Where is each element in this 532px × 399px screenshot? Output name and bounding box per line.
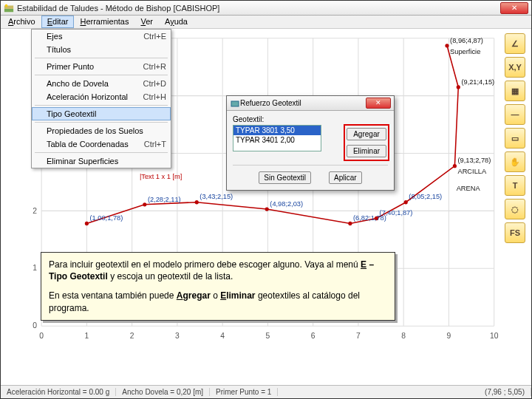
- angle-icon[interactable]: ∠: [505, 33, 525, 54]
- svg-text:1: 1: [33, 263, 37, 272]
- dialog-title: Refuerzo Geotextil: [240, 99, 366, 107]
- menuitem-ancho-de-dovela[interactable]: Ancho de DovelaCtrl+D: [32, 77, 171, 90]
- svg-text:ARCILLA: ARCILLA: [458, 167, 487, 175]
- rect-icon[interactable]: ▭: [505, 128, 525, 149]
- menu-ayuda[interactable]: Ayuda: [159, 16, 194, 28]
- dash-icon[interactable]: —: [505, 104, 525, 125]
- svg-text:(7,40;1,87): (7,40;1,87): [380, 208, 413, 216]
- no-geotextile-button[interactable]: Sin Geotextil: [259, 171, 311, 184]
- svg-text:ARENA: ARENA: [457, 184, 481, 192]
- svg-text:(9,21;4,15): (9,21;4,15): [461, 77, 494, 85]
- svg-text:(8,96;4,87): (8,96;4,87): [450, 35, 483, 44]
- statusbar: Aceleración Horizontal = 0.00 g Ancho Do…: [1, 385, 531, 398]
- svg-point-46: [445, 44, 449, 47]
- menu-archivo[interactable]: Archivo: [2, 16, 41, 28]
- svg-text:0: 0: [33, 321, 37, 330]
- svg-point-43: [404, 200, 408, 204]
- coords-icon[interactable]: X,Y: [505, 57, 525, 78]
- svg-text:(9,13;2,78): (9,13;2,78): [458, 156, 491, 164]
- svg-point-2: [5, 4, 8, 7]
- svg-text:(1,00;1,78): (1,00;1,78): [90, 214, 123, 222]
- status-accel: Aceleración Horizontal = 0.00 g: [1, 388, 116, 396]
- menu-ver[interactable]: Ver: [134, 16, 159, 28]
- menubar: ArchivoEditarHerramientasVerAyuda: [1, 16, 531, 29]
- status-dovela: Ancho Dovela = 0,20 [m]: [116, 388, 210, 396]
- svg-point-39: [195, 200, 199, 204]
- editar-dropdown: EjesCtrl+ETítulosPrimer PuntoCtrl+RAncho…: [31, 29, 171, 168]
- svg-text:8: 8: [401, 331, 406, 340]
- menuitem-propiedades-de-los-suelos[interactable]: Propiedades de los Suelos: [32, 124, 171, 137]
- geotextile-listbox[interactable]: TYPAR 3801 3,50TYPAR 3401 2,00: [233, 125, 321, 151]
- help-callout: Para incluir geotextil en el modelo prim…: [41, 252, 395, 321]
- window-titlebar: Estabilidad de Taludes - Método de Bisho…: [1, 1, 531, 16]
- svg-text:2: 2: [130, 331, 134, 340]
- svg-text:9: 9: [447, 331, 451, 340]
- menuitem-aceleración-horizontal[interactable]: Aceleración HorizontalCtrl+H: [32, 90, 171, 103]
- menuitem-primer-punto[interactable]: Primer PuntoCtrl+R: [32, 60, 171, 73]
- svg-text:6: 6: [311, 331, 316, 340]
- menuitem-tabla-de-coordenadas[interactable]: Tabla de CoordenadasCtrl+T: [32, 137, 171, 151]
- menu-herramientas[interactable]: Herramientas: [74, 16, 134, 28]
- dialog-close-button[interactable]: ✕: [366, 98, 391, 109]
- svg-text:1: 1: [85, 331, 89, 340]
- svg-text:7: 7: [356, 331, 361, 340]
- circles-icon[interactable]: ◌: [505, 199, 525, 219]
- tip-paragraph-1: Para incluir geotextil en el modelo prim…: [49, 259, 387, 282]
- fs-icon[interactable]: FS: [505, 222, 525, 243]
- dialog-titlebar: Refuerzo Geotextil ✕: [227, 96, 394, 111]
- tip-paragraph-2: En esta ventana también puede Agregar o …: [49, 290, 387, 313]
- menu-editar[interactable]: Editar: [41, 16, 75, 28]
- list-label: Geotextil:: [233, 115, 388, 123]
- svg-rect-61: [231, 101, 239, 106]
- svg-text:2: 2: [33, 205, 37, 214]
- svg-text:(3,43;2,15): (3,43;2,15): [200, 192, 233, 200]
- svg-text:|Text 1 x 1 [m]: |Text 1 x 1 [m]: [140, 172, 182, 180]
- menuitem-tipo-geotextil[interactable]: Tipo Geotextil: [32, 107, 171, 120]
- window-close-button[interactable]: ✕: [500, 2, 528, 14]
- apply-button[interactable]: Aplicar: [329, 171, 362, 184]
- text-icon[interactable]: T: [505, 175, 525, 196]
- svg-text:(2,28;2,11): (2,28;2,11): [148, 194, 181, 202]
- svg-text:(8,05;2,15): (8,05;2,15): [409, 192, 442, 200]
- add-remove-group: Agregar Eliminar: [344, 124, 389, 161]
- svg-text:0: 0: [39, 331, 44, 340]
- right-toolstrip: ∠X,Y▦—▭✋T◌FS: [505, 33, 527, 243]
- status-coord: (7,96 ; 5,05): [479, 388, 531, 396]
- svg-text:3: 3: [175, 331, 180, 340]
- svg-point-38: [143, 202, 146, 206]
- add-button[interactable]: Agregar: [347, 128, 386, 140]
- menuitem-eliminar-superficies[interactable]: Eliminar Superficies: [32, 154, 171, 168]
- status-primer: Primer Punto = 1: [210, 388, 278, 396]
- svg-point-41: [348, 222, 352, 225]
- svg-rect-0: [4, 8, 13, 11]
- list-item[interactable]: TYPAR 3401 2,00: [233, 135, 321, 145]
- app-icon: [4, 3, 14, 13]
- geotextile-dialog: Refuerzo Geotextil ✕ Geotextil: TYPAR 38…: [226, 95, 395, 191]
- svg-text:4: 4: [220, 331, 225, 340]
- svg-text:Superficie: Superficie: [450, 47, 480, 55]
- svg-point-40: [265, 207, 269, 211]
- svg-point-37: [85, 222, 89, 225]
- menuitem-títulos[interactable]: Títulos: [32, 43, 171, 56]
- dialog-icon: [230, 98, 240, 109]
- window-title: Estabilidad de Taludes - Método de Bisho…: [17, 4, 500, 13]
- svg-text:10: 10: [490, 331, 499, 340]
- svg-point-44: [453, 164, 457, 168]
- hand-icon[interactable]: ✋: [505, 151, 525, 172]
- svg-text:(4,98;2,03): (4,98;2,03): [270, 200, 303, 208]
- svg-point-45: [457, 85, 460, 89]
- remove-button[interactable]: Eliminar: [347, 145, 386, 157]
- menuitem-ejes[interactable]: EjesCtrl+E: [32, 30, 171, 43]
- wall-icon[interactable]: ▦: [505, 81, 525, 101]
- svg-text:5: 5: [266, 331, 270, 340]
- list-item[interactable]: TYPAR 3801 3,50: [233, 126, 321, 135]
